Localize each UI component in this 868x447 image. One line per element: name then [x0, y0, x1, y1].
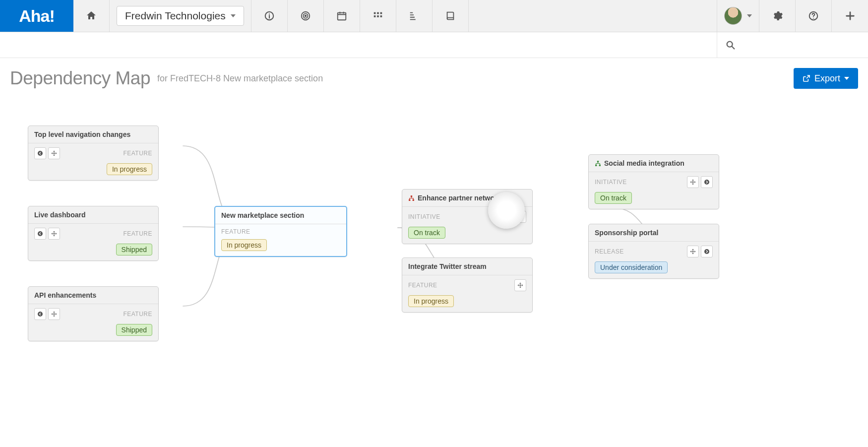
node-type: INITIATIVE — [408, 213, 440, 220]
workspace-selector[interactable]: Fredwin Technologies — [117, 6, 244, 26]
nav-settings[interactable] — [759, 0, 796, 32]
node-title: Top level navigation changes — [28, 126, 158, 143]
page-header: Dependency Map for FredTECH-8 New market… — [0, 58, 868, 89]
gear-icon — [771, 10, 783, 22]
nav-info[interactable] — [251, 0, 288, 32]
status-badge: In progress — [221, 239, 267, 251]
top-navbar: Aha! Fredwin Technologies — [0, 0, 868, 32]
expand-left-button[interactable] — [34, 147, 46, 159]
svg-rect-23 — [599, 164, 601, 166]
arrow-right-icon — [704, 249, 710, 255]
move-icon — [51, 311, 57, 317]
svg-point-13 — [813, 18, 814, 19]
expand-left-button[interactable] — [34, 228, 46, 240]
help-icon — [808, 10, 819, 21]
sub-bar — [0, 32, 868, 58]
export-icon — [803, 74, 810, 82]
move-icon — [690, 249, 696, 255]
expand-right-button[interactable] — [701, 246, 713, 257]
move-button[interactable] — [687, 176, 699, 188]
status-badge: In progress — [408, 295, 454, 307]
svg-rect-11 — [380, 15, 382, 17]
svg-rect-21 — [597, 161, 599, 162]
move-icon — [690, 179, 696, 185]
svg-point-24 — [704, 180, 709, 185]
nav-spacer — [469, 0, 717, 32]
nav-reports[interactable] — [396, 0, 433, 32]
caret-down-icon — [844, 77, 849, 80]
search-button[interactable] — [717, 32, 868, 58]
node-title: Social media integration — [589, 155, 719, 172]
svg-point-17 — [38, 312, 43, 317]
target-icon — [300, 10, 311, 21]
move-button[interactable] — [48, 147, 60, 159]
nav-help[interactable] — [796, 0, 832, 32]
node-title: Sponsorship portal — [589, 224, 719, 242]
page-subtitle: for FredTECH-8 New marketplace section — [157, 73, 323, 84]
move-icon — [517, 282, 523, 288]
nav-strategy[interactable] — [288, 0, 324, 32]
node-type: FEATURE — [123, 230, 152, 237]
status-badge: Under consideration — [595, 261, 668, 273]
arrow-left-icon — [37, 150, 43, 156]
node-type: FEATURE — [123, 150, 152, 157]
node-type: FEATURE — [123, 311, 152, 318]
svg-rect-10 — [377, 15, 379, 17]
node-integrate-twitter-stream[interactable]: Integrate Twitter stream FEATURE In prog… — [402, 257, 533, 313]
list-report-icon — [409, 10, 420, 21]
status-badge: Shipped — [116, 324, 152, 336]
info-icon — [264, 10, 275, 21]
user-avatar — [724, 7, 742, 25]
nav-notebooks[interactable] — [433, 0, 469, 32]
node-top-nav-changes[interactable]: Top level navigation changes FEATURE In … — [28, 126, 159, 181]
brand-logo[interactable]: Aha! — [0, 0, 73, 32]
node-title: Enhance partner network — [402, 190, 532, 207]
hierarchy-icon — [408, 195, 415, 201]
arrow-left-icon — [37, 231, 43, 237]
dependency-canvas[interactable]: Top level navigation changes FEATURE In … — [0, 114, 868, 411]
user-menu[interactable] — [717, 0, 759, 32]
workspace-name: Fredwin Technologies — [125, 10, 226, 22]
svg-point-25 — [704, 249, 709, 254]
node-api-enhancements[interactable]: API enhancements FEATURE Shipped — [28, 286, 159, 341]
book-icon — [445, 10, 456, 21]
move-button[interactable] — [514, 279, 526, 291]
node-title: New marketplace section — [215, 207, 346, 224]
arrow-left-icon — [37, 311, 43, 317]
move-button[interactable] — [48, 308, 60, 320]
nav-releases[interactable] — [324, 0, 360, 32]
caret-down-icon — [747, 14, 752, 17]
export-label: Export — [814, 73, 840, 84]
move-button[interactable] — [687, 246, 699, 257]
node-enhance-partner-network[interactable]: Enhance partner network INITIATIVE On tr… — [402, 189, 533, 244]
move-button[interactable] — [500, 211, 512, 223]
node-social-media-integration[interactable]: Social media integration INITIATIVE On t… — [588, 154, 719, 209]
svg-rect-18 — [411, 195, 412, 197]
search-icon — [725, 40, 736, 51]
expand-right-button[interactable] — [701, 176, 713, 188]
move-icon — [51, 150, 57, 156]
move-button[interactable] — [48, 228, 60, 240]
home-button[interactable] — [73, 0, 110, 32]
move-icon — [51, 231, 57, 237]
status-badge: On track — [595, 192, 632, 204]
node-type: FEATURE — [408, 282, 437, 289]
nav-add[interactable] — [832, 0, 868, 32]
svg-point-16 — [38, 231, 43, 236]
svg-rect-5 — [337, 13, 346, 20]
expand-left-button[interactable] — [34, 308, 46, 320]
node-live-dashboard[interactable]: Live dashboard FEATURE Shipped — [28, 206, 159, 261]
node-sponsorship-portal[interactable]: Sponsorship portal RELEASE Under conside… — [588, 224, 719, 279]
svg-point-1 — [269, 13, 270, 14]
node-new-marketplace-section[interactable]: New marketplace section FEATURE In progr… — [214, 206, 347, 257]
status-badge: On track — [408, 227, 445, 239]
nav-features[interactable] — [360, 0, 396, 32]
minus-icon — [517, 214, 523, 220]
export-button[interactable]: Export — [794, 68, 858, 89]
page-title: Dependency Map — [10, 68, 150, 89]
home-icon — [85, 10, 97, 22]
node-type: INITIATIVE — [595, 179, 627, 186]
collapse-button[interactable] — [514, 211, 526, 223]
svg-point-4 — [305, 15, 306, 17]
status-badge: In progress — [107, 163, 152, 175]
